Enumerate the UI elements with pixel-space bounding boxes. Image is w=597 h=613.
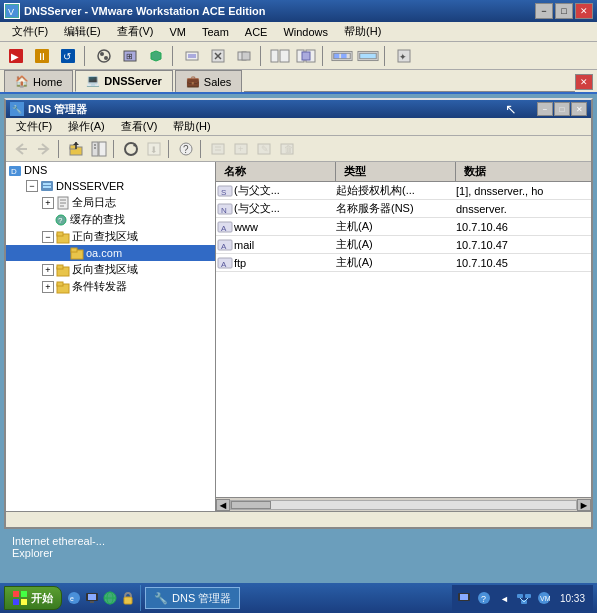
scrollbar-track[interactable] [230,500,577,510]
scrollbar-right-arrow[interactable]: ► [577,499,591,511]
toolbar-btn-12[interactable]: ✦ [392,45,416,67]
tree-item-conditional-forwarder[interactable]: + 条件转发器 [6,278,215,295]
toolbar-btn-3[interactable]: ⊞ [118,45,142,67]
dns-title-bar: 🔧 DNS 管理器 ↖ − □ ✕ [6,100,591,118]
dns-btn-extra4[interactable]: 🗑 [276,139,298,159]
dns-folder-up-button[interactable] [65,139,87,159]
tree-cache-label: 缓存的查找 [70,212,125,227]
tab-sales-label: Sales [204,76,232,88]
tree-item-reverse-zone[interactable]: + 反向查找区域 [6,261,215,278]
svg-text:◄: ◄ [500,594,509,604]
dns-btn-extra1[interactable] [207,139,229,159]
vmware-maximize-button[interactable]: □ [555,3,573,19]
dns-back-button[interactable] [10,139,32,159]
dns-forward-button[interactable] [33,139,55,159]
tray-expand-icon[interactable]: ◄ [496,590,512,606]
toolbar-btn-4[interactable] [144,45,168,67]
dns-show-tree-button[interactable] [88,139,110,159]
vm-content-area: 🔧 DNS 管理器 ↖ − □ ✕ 文件(F) 操作(A) 查看(V) 帮助(H… [0,94,597,583]
tree-item-cache[interactable]: ? 缓存的查找 [6,211,215,228]
menu-vm[interactable]: VM [161,24,194,40]
svg-rect-30 [360,53,377,59]
start-button[interactable]: 开始 [4,586,62,610]
menu-file[interactable]: 文件(F) [4,22,56,41]
power-stop-button[interactable]: ↺ [56,45,80,67]
tree-item-forward-zone[interactable]: − 正向查找区域 [6,228,215,245]
toolbar-btn-7[interactable] [232,45,256,67]
detail-row-ftp[interactable]: A ftp 主机(A) 10.7.10.45 [216,254,591,272]
tab-home[interactable]: 🏠 Home [4,70,73,92]
vmware-close-button[interactable]: ✕ [575,3,593,19]
tab-sales-icon: 💼 [186,75,200,89]
dns-toolbar: ⬇ ? + ✎ 🗑 [6,136,591,162]
taskbar-ie-icon[interactable]: e [66,590,82,606]
dns-help-button[interactable]: ? [175,139,197,159]
tab-dnsserver[interactable]: 💻 DNSServer [75,70,172,92]
dns-export-button[interactable]: ⬇ [143,139,165,159]
svg-rect-58 [43,186,51,188]
detail-col-data[interactable]: 数据 [456,162,591,181]
dns-btn-extra2[interactable]: + [230,139,252,159]
svg-rect-85 [13,599,19,605]
scrollbar-thumb[interactable] [231,501,271,509]
toolbar-btn-10[interactable] [330,45,354,67]
dns-menu-file[interactable]: 文件(F) [8,118,60,135]
detail-row-www[interactable]: A www 主机(A) 10.7.10.46 [216,218,591,236]
tray-monitor-icon[interactable] [456,590,472,606]
vmware-minimize-button[interactable]: − [535,3,553,19]
menu-help[interactable]: 帮助(H) [336,22,389,41]
dns-menu-help[interactable]: 帮助(H) [165,118,218,135]
detail-row-soa[interactable]: S (与父文... 起始授权机构(... [1], dnsserver., ho [216,182,591,200]
menu-windows[interactable]: Windows [275,24,336,40]
taskbar-globe-icon[interactable] [102,590,118,606]
tree-item-oa-com[interactable]: oa.com [6,245,215,261]
taskbar-dns-label: DNS 管理器 [172,591,231,606]
dns-menu-action[interactable]: 操作(A) [60,118,113,135]
power-pause-button[interactable]: ⏸ [30,45,54,67]
svg-rect-70 [57,265,63,269]
tray-network-icon[interactable] [516,590,532,606]
tray-question-icon[interactable]: ? [476,590,492,606]
toolbar-btn-6[interactable] [206,45,230,67]
svg-point-10 [104,56,108,60]
dns-tree-panel[interactable]: D DNS − DNSSERVER [6,162,216,511]
dns-btn-extra3[interactable]: ✎ [253,139,275,159]
tree-toggle-dnsserver[interactable]: − [26,180,38,192]
menu-ace[interactable]: ACE [237,24,276,40]
dns-maximize-button[interactable]: □ [554,102,570,116]
tree-toggle-log[interactable]: + [42,197,54,209]
tree-global-log-label: 全局日志 [72,195,116,210]
toolbar-btn-11[interactable] [356,45,380,67]
menu-view[interactable]: 查看(V) [109,22,162,41]
tree-toggle-forward[interactable]: − [42,231,54,243]
power-play-button[interactable]: ▶ [4,45,28,67]
toolbar-btn-8[interactable] [268,45,292,67]
dns-refresh-button[interactable] [120,139,142,159]
toolbar-btn-9[interactable] [294,45,318,67]
toolbar-btn-5[interactable] [180,45,204,67]
tree-item-global-log[interactable]: + 全局日志 [6,194,215,211]
tree-item-dns-root[interactable]: D DNS [6,162,215,178]
detail-col-type[interactable]: 类型 [336,162,456,181]
tree-toggle-reverse[interactable]: + [42,264,54,276]
toolbar-btn-2[interactable] [92,45,116,67]
tree-item-dnsserver[interactable]: − DNSSERVER [6,178,215,194]
svg-rect-19 [242,52,250,60]
menu-team[interactable]: Team [194,24,237,40]
dns-menu-view[interactable]: 查看(V) [113,118,166,135]
detail-scrollbar-horizontal[interactable]: ◄ ► [216,497,591,511]
tray-vmware-icon[interactable]: VM [536,590,552,606]
tab-sales[interactable]: 💼 Sales [175,70,243,92]
tabs-close-button[interactable]: ✕ [575,74,593,90]
detail-row-ns[interactable]: N (与父文... 名称服务器(NS) dnsserver. [216,200,591,218]
tree-toggle-forwarder[interactable]: + [42,281,54,293]
taskbar-padlock-icon[interactable] [120,590,136,606]
detail-col-name[interactable]: 名称 [216,162,336,181]
taskbar-dns-manager-button[interactable]: 🔧 DNS 管理器 [145,587,240,609]
taskbar-monitor-icon[interactable] [84,590,100,606]
detail-row-mail[interactable]: A mail 主机(A) 10.7.10.47 [216,236,591,254]
menu-edit[interactable]: 编辑(E) [56,22,109,41]
dns-close-button[interactable]: ✕ [571,102,587,116]
scrollbar-left-arrow[interactable]: ◄ [216,499,230,511]
dns-minimize-button[interactable]: − [537,102,553,116]
